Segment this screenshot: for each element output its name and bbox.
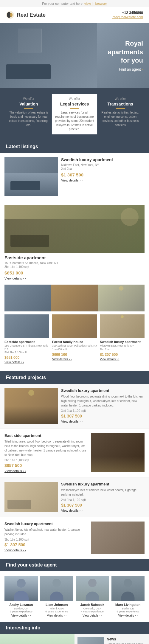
small-listing-2-price: $999 100 (52, 353, 97, 357)
small-listing-1-location: 150 Chambers St Tribeca, New York, NY (4, 344, 49, 350)
agent-2-photo (40, 576, 74, 601)
news-item: News Lorem ipsum dolor sit amet, consect… (74, 634, 149, 644)
small-listing-1-link[interactable]: View details › (4, 361, 49, 364)
fp-specs-2: 3bd 1ba 1,100 sqft (4, 459, 88, 462)
fp-specs-4: 3bd 1ba 1,100 sqft (4, 538, 88, 541)
large-listing-link[interactable]: View details › (4, 277, 145, 280)
fp-desc-4: Washer/dryer, lots of cabinet, new water… (4, 527, 88, 536)
service-label-3: We offer (100, 97, 141, 100)
fp-img-2 (91, 433, 145, 472)
listing-1-title: Swedish luxury apartment (61, 157, 145, 162)
service-title-3: Transactions (100, 102, 141, 106)
hero-cta[interactable]: Find an agent › (108, 67, 143, 72)
small-listing-3-image (100, 314, 145, 338)
hero-image (0, 23, 97, 88)
agent-2-link[interactable]: View details › (40, 614, 74, 617)
agent-4-exp: 5 years experience (111, 610, 145, 613)
fp-img-1 (4, 388, 58, 424)
agent-1-location: London, UK (4, 607, 38, 610)
large-listing-title: Eastside apartment (4, 255, 145, 260)
service-transactions: We offer Transactions Real estate activi… (97, 94, 143, 134)
interesting-left: Does allowing pets in your rentals make … (0, 634, 74, 644)
top-bar-text: For your computer text here. (42, 2, 83, 5)
small-listing-2: Forest family house 399 11th St #300, Pa… (52, 314, 97, 364)
listing-1-link[interactable]: View details › (61, 179, 145, 182)
chandelier-shape (121, 208, 139, 226)
small-listing-2-location: 399 11th St #300, Palisades Park, NJ (52, 344, 97, 347)
small-listing-1-specs: 3bd 1ba 1,100 sqft (4, 351, 49, 354)
latest-listings-content: Swedish luxury apartment Midtown East, N… (0, 153, 149, 371)
small-listing-3: Swedish luxury apartment Midtown East, N… (100, 314, 145, 364)
listing-1-specs: 2bd 2ba (61, 167, 145, 170)
fp-desc-1: Wood floor bedroom, separate dining room… (61, 394, 145, 408)
interesting-main: Does allowing pets in your rentals make … (0, 634, 149, 644)
hero-tv (18, 29, 42, 52)
fp-specs-3: 2bd 1ba 1,100 sqft (61, 498, 145, 502)
img-row-3 (98, 285, 145, 311)
featured-listing-1: Swedish luxury apartment Midtown East, N… (4, 157, 145, 201)
service-desc-2: Legal services for all requirements of b… (54, 111, 95, 131)
large-listing-location: 150 Chambers St Tribeca, New York, NY (4, 261, 145, 265)
large-listing: Eastside apartment 150 Chambers St Tribe… (4, 205, 145, 280)
news-image (77, 637, 104, 644)
agent-3-photo (76, 576, 109, 601)
service-divider-1 (24, 108, 33, 109)
service-label-2: We offer (54, 97, 95, 100)
fp-img-3 (4, 482, 58, 512)
fp-info-1: Swedish luxury apartment Wood floor bedr… (61, 388, 145, 424)
service-valuation: We offer Valuation The valuation of real… (6, 94, 52, 134)
agent-2-name: Liam Johnson (40, 603, 74, 606)
agent-1-exp: 2 years experience (4, 610, 38, 613)
furniture-shape (10, 235, 49, 247)
fp-item-3: Swedish luxury apartment Washer/dryer, l… (0, 477, 149, 517)
listing-1-image (4, 157, 58, 196)
fp-desc-3: Washer/dryer, lots of cabinet, new water… (61, 488, 145, 497)
fp-link-1[interactable]: View details › (61, 420, 145, 423)
large-listing-specs: 3bd 1ba 1,100 sqft (4, 265, 145, 269)
interesting-header: Interesting info (0, 622, 149, 634)
featured-projects-header: Featured projects (0, 371, 149, 384)
agent-3-exp: 4 years experience (76, 610, 109, 613)
agent-4-name: Marc Livingston (111, 603, 145, 606)
fp-item-2: East side apartment Tiled living area, w… (0, 429, 149, 477)
services-section: We offer Valuation The valuation of real… (0, 88, 149, 140)
agents-title: Find your estate agent (6, 562, 143, 568)
fp-link-3[interactable]: View details › (61, 509, 145, 512)
fp-price-4: $1 307 500 (4, 542, 88, 547)
fp-info-4: Swedish luxury apartment Washer/dryer, l… (4, 522, 88, 554)
agent-4-link[interactable]: View details › (111, 614, 145, 617)
fp-desc-2: Tiled living area, wood floor bedroom, s… (4, 439, 88, 457)
agent-1-link[interactable]: View details › (4, 614, 38, 617)
hero-banner: Royal apartments for you Find an agent › (0, 23, 149, 88)
img-row-1 (4, 285, 51, 311)
fp-link-2[interactable]: View details › (4, 469, 88, 473)
small-listing-1-price: $651 000 (4, 356, 49, 360)
fp-link-4[interactable]: View details › (4, 548, 88, 552)
agent-1-photo (4, 576, 38, 601)
small-listing-3-price: $1 307 500 (100, 353, 145, 357)
fp-img-4 (91, 522, 145, 554)
agents-grid: Andry Lawman London, UK 2 years experien… (4, 576, 145, 617)
small-listing-3-location: Midtown East, New York, NY (100, 344, 145, 347)
small-listing-2-title: Forest family house (52, 340, 97, 344)
hero-overlay: Royal apartments for you Find an agent › (108, 39, 143, 72)
featured-projects-section: Swedish luxury apartment Wood floor bedr… (0, 384, 149, 559)
small-listing-3-link[interactable]: View details › (100, 358, 145, 361)
fp-price-2: $857 500 (4, 463, 88, 468)
service-desc-3: Real estate activities, letting, enginee… (100, 111, 141, 127)
image-row (4, 285, 145, 311)
view-browser-link[interactable]: view in browser (84, 2, 107, 5)
agent-1-name: Andry Lawman (4, 603, 38, 606)
email-link[interactable]: info@real-estate.com (112, 15, 143, 19)
small-listing-2-link[interactable]: View details › (52, 358, 97, 361)
agent-4: Marc Livingston Berlin, DE 5 years exper… (111, 576, 145, 617)
fp-item-4: Swedish luxury apartment Washer/dryer, l… (0, 517, 149, 559)
agent-3-link[interactable]: View details › (76, 614, 109, 617)
agent-2: Liam Johnson Miami, USA 6 years experien… (40, 576, 74, 617)
fp-title-1: Swedish luxury apartment (61, 388, 145, 393)
service-label-1: We offer (8, 97, 49, 100)
fp-item-1: Swedish luxury apartment Wood floor bedr… (0, 384, 149, 429)
latest-listings-header: Latest listings (0, 140, 149, 153)
fp-specs-1: 3bd 1ba 1,100 sqft (61, 409, 145, 412)
hero-title: Royal apartments for you (108, 39, 143, 65)
